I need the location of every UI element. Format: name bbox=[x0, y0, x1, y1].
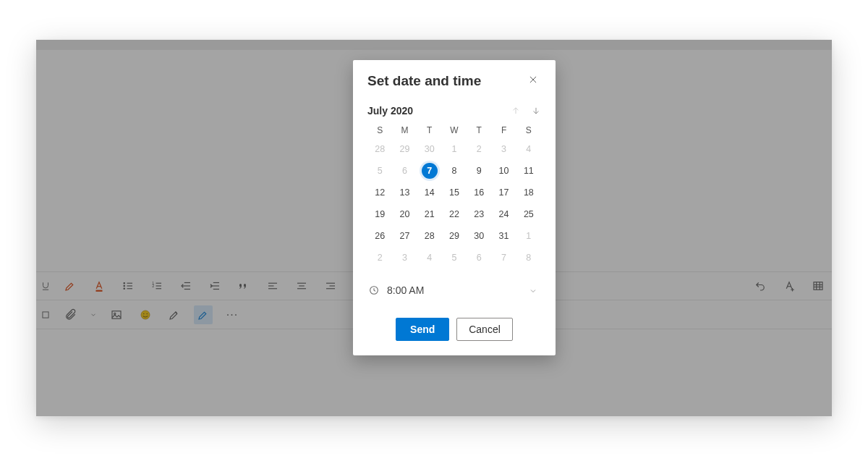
calendar-grid: SMTWTFS282930123456789101112131415161718… bbox=[367, 125, 541, 266]
calendar-day[interactable]: 23 bbox=[467, 206, 491, 222]
calendar-day-selected[interactable]: 7 bbox=[417, 163, 442, 179]
calendar-day[interactable]: 27 bbox=[392, 228, 417, 244]
calendar-day[interactable]: 2 bbox=[467, 141, 491, 157]
calendar-day[interactable]: 8 bbox=[516, 250, 541, 266]
dow-label: F bbox=[491, 125, 516, 135]
calendar-day[interactable]: 21 bbox=[417, 206, 442, 222]
send-button[interactable]: Send bbox=[396, 318, 449, 341]
calendar-day[interactable]: 9 bbox=[467, 163, 491, 179]
schedule-send-modal: Set date and time July 2020 SMTWTFS28293… bbox=[353, 60, 556, 355]
calendar-day[interactable]: 16 bbox=[467, 185, 491, 200]
month-label[interactable]: July 2020 bbox=[367, 105, 413, 117]
calendar-day[interactable]: 8 bbox=[442, 163, 467, 179]
calendar-day[interactable]: 31 bbox=[491, 228, 516, 244]
calendar-day[interactable]: 4 bbox=[417, 250, 442, 266]
calendar-day[interactable]: 6 bbox=[467, 250, 491, 266]
modal-buttons: Send Cancel bbox=[367, 318, 541, 341]
calendar-day[interactable]: 12 bbox=[367, 185, 392, 200]
dow-label: M bbox=[392, 125, 417, 135]
calendar-day[interactable]: 1 bbox=[442, 141, 467, 157]
calendar-day[interactable]: 20 bbox=[392, 206, 417, 222]
calendar-day[interactable]: 6 bbox=[392, 163, 417, 179]
calendar-day[interactable]: 14 bbox=[417, 185, 442, 200]
calendar-day[interactable]: 10 bbox=[491, 163, 516, 179]
calendar-day[interactable]: 17 bbox=[491, 185, 516, 200]
calendar-day[interactable]: 11 bbox=[516, 163, 541, 179]
app-window: 12 ··· Set date and time bbox=[36, 40, 832, 416]
calendar-day[interactable]: 30 bbox=[417, 141, 442, 157]
chevron-down-icon bbox=[529, 286, 537, 295]
calendar-day[interactable]: 1 bbox=[516, 228, 541, 244]
calendar-day[interactable]: 15 bbox=[442, 185, 467, 200]
cancel-button[interactable]: Cancel bbox=[456, 318, 513, 341]
calendar-day[interactable]: 5 bbox=[442, 250, 467, 266]
dow-label: T bbox=[467, 125, 491, 135]
calendar-day[interactable]: 19 bbox=[367, 206, 392, 222]
calendar-day[interactable]: 26 bbox=[367, 228, 392, 244]
month-navigation: July 2020 bbox=[367, 105, 541, 117]
calendar-day[interactable]: 3 bbox=[392, 250, 417, 266]
calendar-day[interactable]: 7 bbox=[491, 250, 516, 266]
calendar-day[interactable]: 2 bbox=[367, 250, 392, 266]
modal-header: Set date and time bbox=[367, 73, 541, 89]
calendar-day[interactable]: 28 bbox=[417, 228, 442, 244]
close-icon[interactable] bbox=[528, 75, 541, 88]
calendar-day[interactable]: 28 bbox=[367, 141, 392, 157]
time-picker[interactable]: 8:00 AM bbox=[367, 279, 541, 302]
clock-icon bbox=[368, 284, 380, 296]
dow-label: S bbox=[516, 125, 541, 135]
calendar-day[interactable]: 22 bbox=[442, 206, 467, 222]
time-value: 8:00 AM bbox=[387, 284, 424, 296]
modal-title: Set date and time bbox=[367, 73, 481, 89]
calendar-day[interactable]: 24 bbox=[491, 206, 516, 222]
calendar-day[interactable]: 5 bbox=[367, 163, 392, 179]
calendar-day[interactable]: 29 bbox=[442, 228, 467, 244]
next-month-icon[interactable] bbox=[531, 106, 541, 116]
calendar-day[interactable]: 30 bbox=[467, 228, 491, 244]
dow-label: W bbox=[442, 125, 467, 135]
calendar-day[interactable]: 3 bbox=[491, 141, 516, 157]
dow-label: T bbox=[417, 125, 442, 135]
calendar-day[interactable]: 4 bbox=[516, 141, 541, 157]
calendar-day[interactable]: 18 bbox=[516, 185, 541, 200]
dow-label: S bbox=[367, 125, 392, 135]
prev-month-icon[interactable] bbox=[511, 106, 521, 116]
calendar-day[interactable]: 25 bbox=[516, 206, 541, 222]
calendar-day[interactable]: 13 bbox=[392, 185, 417, 200]
calendar-day[interactable]: 29 bbox=[392, 141, 417, 157]
